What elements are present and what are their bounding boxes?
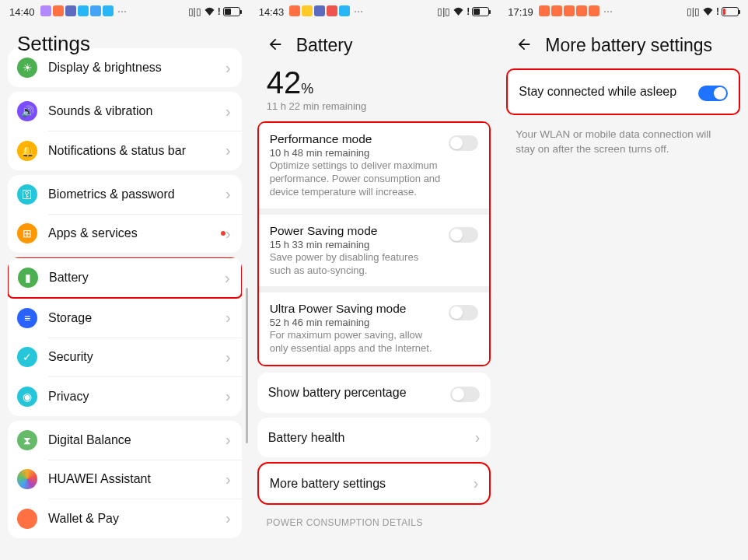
settings-card: ☀Display & brightness›: [8, 48, 242, 87]
chevron-right-icon: ›: [474, 474, 479, 492]
chevron-right-icon: ›: [225, 348, 231, 366]
settings-row-wallet-pay[interactable]: Wallet & Pay›: [8, 499, 242, 538]
settings-card: ⚿Biometrics & password›⊞Apps & services›: [8, 175, 242, 254]
more-apps-icon: ⋯: [354, 6, 363, 17]
ultra-power-saving-mode-title: Ultra Power Saving mode: [270, 302, 442, 316]
settings-row-display-brightness[interactable]: ☀Display & brightness›: [8, 48, 242, 87]
battery-percent: 42: [267, 65, 302, 100]
percent-symbol: %: [301, 81, 313, 96]
performance-mode-toggle[interactable]: [449, 135, 478, 151]
app-notification-icon: [65, 5, 76, 16]
vibrate-icon: ▯|▯: [188, 6, 201, 17]
display-brightness-icon: ☀: [17, 58, 37, 78]
app-notification-icon: [289, 5, 300, 16]
chevron-right-icon: ›: [225, 509, 231, 527]
chevron-right-icon: ›: [225, 59, 231, 77]
more-apps-icon: ⋯: [117, 6, 127, 17]
alert-icon: !: [716, 6, 719, 17]
chevron-right-icon: ›: [475, 429, 481, 446]
vibrate-icon: ▯|▯: [687, 6, 700, 17]
performance-mode-row[interactable]: Performance mode10 h 48 min remainingOpt…: [259, 123, 490, 208]
settings-row-digital-balance[interactable]: ⧗Digital Balance›: [8, 421, 242, 460]
app-notification-icon: [78, 5, 89, 16]
app-notification-icon: [40, 5, 51, 16]
chevron-right-icon: ›: [225, 471, 231, 488]
chevron-right-icon: ›: [225, 387, 231, 405]
security-label: Security: [48, 350, 225, 364]
settings-row-storage[interactable]: ≡Storage›: [8, 299, 242, 338]
battery-percent-block: 42% 11 h 22 min remaining: [250, 64, 499, 115]
performance-mode-title: Performance mode: [270, 132, 442, 146]
settings-row-battery[interactable]: ▮Battery›: [8, 257, 242, 299]
page-title: More battery settings: [545, 35, 712, 56]
status-time: 17:19: [508, 6, 533, 18]
app-notification-icon: [551, 5, 562, 16]
app-notification-icon: [327, 5, 337, 16]
power-saving-mode-toggle[interactable]: [449, 227, 478, 243]
chevron-right-icon: ›: [225, 309, 231, 327]
stay-connected-note: Your WLAN or mobile data connection will…: [498, 120, 748, 165]
chevron-right-icon: ›: [225, 142, 231, 159]
biometrics-icon: ⚿: [17, 184, 37, 205]
status-time: 14:43: [259, 6, 285, 18]
scrollbar[interactable]: [246, 288, 248, 443]
back-button[interactable]: [516, 36, 533, 56]
section-label: POWER CONSUMPTION DETAILS: [250, 509, 499, 531]
apps-services-icon: ⊞: [17, 223, 37, 243]
ultra-power-saving-mode-row[interactable]: Ultra Power Saving mode52 h 46 min remai…: [259, 292, 490, 365]
battery-icon: [722, 7, 739, 16]
settings-row-notifications[interactable]: 🔔Notifications & status bar›: [8, 131, 242, 170]
settings-pane: 14:40 ⋯ ▯|▯ ! Settings ☀Display & bright…: [0, 0, 250, 560]
ultra-power-saving-mode-remaining: 52 h 46 min remaining: [270, 317, 442, 328]
power-saving-mode-desc: Save power by disabling features such as…: [270, 251, 442, 278]
app-notification-icon: [302, 5, 313, 16]
huawei-assistant-icon: [17, 469, 37, 489]
more-battery-pane: 17:19 ⋯ ▯|▯ ! More battery settings Stay…: [498, 0, 748, 560]
wifi-icon: [702, 6, 714, 18]
status-time: 14:40: [9, 6, 35, 18]
page-header: More battery settings: [498, 21, 748, 64]
power-modes-group: Performance mode10 h 48 min remainingOpt…: [257, 121, 491, 366]
app-notification-icon: [53, 5, 64, 16]
show-percentage-label: Show battery percentage: [268, 386, 451, 400]
battery-remaining: 11 h 22 min remaining: [267, 100, 482, 112]
app-notification-icon: [539, 5, 550, 16]
page-header: Battery: [250, 21, 499, 64]
chevron-right-icon: ›: [225, 269, 230, 287]
status-bar: 14:40 ⋯ ▯|▯ !: [0, 2, 250, 21]
stay-connected-row[interactable]: Stay connected while asleep: [508, 70, 739, 114]
storage-icon: ≡: [17, 308, 37, 328]
settings-row-huawei-assistant[interactable]: HUAWEI Assistant›: [8, 460, 242, 499]
settings-row-security[interactable]: ✓Security›: [8, 338, 242, 376]
ultra-power-saving-mode-toggle[interactable]: [449, 305, 478, 320]
power-saving-mode-remaining: 15 h 33 min remaining: [270, 239, 442, 250]
storage-label: Storage: [48, 311, 225, 325]
performance-mode-remaining: 10 h 48 min remaining: [270, 147, 442, 159]
battery-label: Battery: [49, 271, 225, 285]
settings-card: ▮Battery›≡Storage›✓Security›◉Privacy›: [8, 257, 242, 416]
show-percentage-toggle[interactable]: [450, 387, 480, 402]
app-notification-icon: [589, 5, 599, 16]
settings-row-privacy[interactable]: ◉Privacy›: [8, 377, 242, 416]
privacy-label: Privacy: [48, 390, 225, 404]
battery-icon: ▮: [18, 268, 38, 288]
back-button[interactable]: [267, 36, 284, 56]
vibrate-icon: ▯|▯: [437, 6, 450, 17]
battery-health-row[interactable]: Battery health ›: [257, 418, 491, 457]
app-notification-icon: [103, 5, 114, 16]
power-saving-mode-row[interactable]: Power Saving mode15 h 33 min remainingSa…: [259, 215, 490, 287]
more-apps-icon: ⋯: [603, 6, 613, 17]
power-saving-mode-title: Power Saving mode: [270, 224, 442, 238]
app-notification-icon: [90, 5, 101, 16]
chevron-right-icon: ›: [225, 185, 231, 203]
stay-connected-toggle[interactable]: [698, 86, 728, 101]
settings-row-biometrics[interactable]: ⚿Biometrics & password›: [8, 175, 242, 214]
settings-card: 🔊Sounds & vibration›🔔Notifications & sta…: [8, 92, 242, 170]
app-notification-icon: [564, 5, 575, 16]
security-icon: ✓: [17, 347, 37, 367]
settings-row-sounds-vibration[interactable]: 🔊Sounds & vibration›: [8, 92, 242, 131]
ultra-power-saving-mode-desc: For maximum power saving, allow only ess…: [270, 329, 442, 355]
show-battery-percentage-row[interactable]: Show battery percentage: [257, 373, 491, 413]
more-battery-settings-row[interactable]: More battery settings ›: [257, 462, 491, 505]
settings-row-apps-services[interactable]: ⊞Apps & services›: [8, 214, 242, 253]
